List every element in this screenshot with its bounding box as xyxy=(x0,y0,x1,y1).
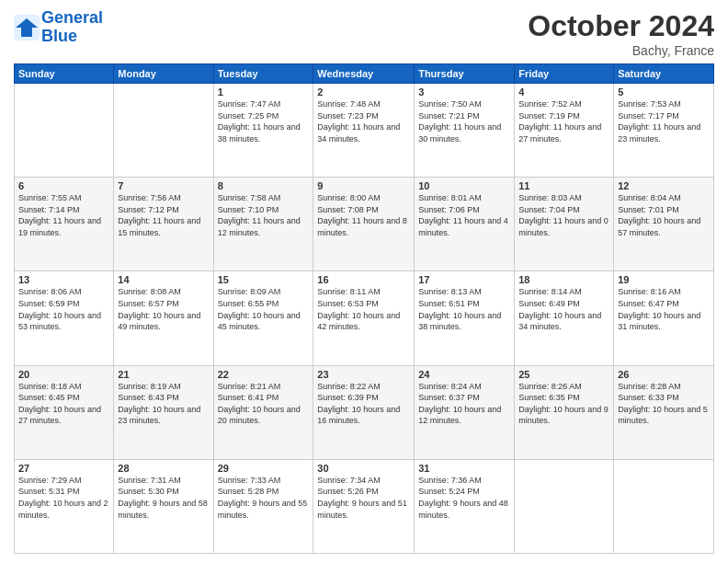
day-number: 4 xyxy=(518,86,609,98)
day-cell: 20Sunrise: 8:18 AM Sunset: 6:45 PM Dayli… xyxy=(15,365,114,459)
day-number: 13 xyxy=(18,274,109,285)
day-info: Sunrise: 8:14 AM Sunset: 6:49 PM Dayligh… xyxy=(518,286,609,332)
day-number: 1 xyxy=(218,86,310,98)
day-info: Sunrise: 8:09 AM Sunset: 6:55 PM Dayligh… xyxy=(218,286,310,332)
day-cell: 6Sunrise: 7:55 AM Sunset: 7:14 PM Daylig… xyxy=(15,178,114,271)
day-cell: 28Sunrise: 7:31 AM Sunset: 5:30 PM Dayli… xyxy=(114,459,213,553)
col-monday: Monday xyxy=(114,64,213,84)
day-number: 19 xyxy=(618,274,710,285)
col-saturday: Saturday xyxy=(614,64,714,84)
day-cell: 19Sunrise: 8:16 AM Sunset: 6:47 PM Dayli… xyxy=(614,271,714,365)
day-number: 25 xyxy=(518,369,609,380)
day-info: Sunrise: 8:21 AM Sunset: 6:41 PM Dayligh… xyxy=(218,381,310,427)
day-cell: 27Sunrise: 7:29 AM Sunset: 5:31 PM Dayli… xyxy=(15,459,114,553)
location: Bachy, France xyxy=(528,43,714,58)
day-cell: 29Sunrise: 7:33 AM Sunset: 5:28 PM Dayli… xyxy=(213,459,313,553)
day-number: 18 xyxy=(518,274,609,285)
day-number: 30 xyxy=(317,463,410,474)
logo-blue: Blue xyxy=(41,27,77,45)
day-number: 27 xyxy=(18,463,109,474)
day-info: Sunrise: 7:50 AM Sunset: 7:21 PM Dayligh… xyxy=(418,98,510,144)
day-info: Sunrise: 7:36 AM Sunset: 5:24 PM Dayligh… xyxy=(418,475,510,521)
day-cell: 21Sunrise: 8:19 AM Sunset: 6:43 PM Dayli… xyxy=(114,365,213,459)
day-info: Sunrise: 8:28 AM Sunset: 6:33 PM Dayligh… xyxy=(618,381,710,427)
day-cell: 24Sunrise: 8:24 AM Sunset: 6:37 PM Dayli… xyxy=(415,365,515,459)
col-sunday: Sunday xyxy=(15,64,114,84)
day-info: Sunrise: 7:58 AM Sunset: 7:10 PM Dayligh… xyxy=(218,192,310,238)
day-cell: 3Sunrise: 7:50 AM Sunset: 7:21 PM Daylig… xyxy=(415,84,515,178)
day-cell: 4Sunrise: 7:52 AM Sunset: 7:19 PM Daylig… xyxy=(515,84,614,178)
month-title: October 2024 xyxy=(528,9,714,43)
day-cell: 15Sunrise: 8:09 AM Sunset: 6:55 PM Dayli… xyxy=(213,271,313,365)
day-info: Sunrise: 7:52 AM Sunset: 7:19 PM Dayligh… xyxy=(518,98,609,144)
week-row-3: 20Sunrise: 8:18 AM Sunset: 6:45 PM Dayli… xyxy=(15,365,714,459)
day-cell: 2Sunrise: 7:48 AM Sunset: 7:23 PM Daylig… xyxy=(313,84,415,178)
header: General Blue October 2024 Bachy, France xyxy=(14,9,714,58)
logo-general: General xyxy=(41,8,103,27)
logo: General Blue xyxy=(14,9,103,46)
day-number: 16 xyxy=(317,274,410,285)
day-info: Sunrise: 8:18 AM Sunset: 6:45 PM Dayligh… xyxy=(18,381,109,427)
day-number: 2 xyxy=(317,86,410,98)
day-cell: 12Sunrise: 8:04 AM Sunset: 7:01 PM Dayli… xyxy=(614,178,714,271)
day-info: Sunrise: 7:31 AM Sunset: 5:30 PM Dayligh… xyxy=(118,475,209,521)
col-friday: Friday xyxy=(515,64,614,84)
title-area: October 2024 Bachy, France xyxy=(528,9,714,58)
day-number: 14 xyxy=(118,274,209,285)
day-info: Sunrise: 8:04 AM Sunset: 7:01 PM Dayligh… xyxy=(618,192,710,238)
day-info: Sunrise: 7:48 AM Sunset: 7:23 PM Dayligh… xyxy=(317,98,410,144)
day-info: Sunrise: 7:34 AM Sunset: 5:26 PM Dayligh… xyxy=(317,475,410,521)
day-number: 5 xyxy=(618,86,710,98)
day-number: 29 xyxy=(218,463,310,474)
day-info: Sunrise: 8:06 AM Sunset: 6:59 PM Dayligh… xyxy=(18,286,109,332)
day-number: 17 xyxy=(418,274,510,285)
page: General Blue October 2024 Bachy, France … xyxy=(0,0,728,563)
day-info: Sunrise: 8:13 AM Sunset: 6:51 PM Dayligh… xyxy=(418,286,510,332)
day-number: 11 xyxy=(518,180,609,191)
col-thursday: Thursday xyxy=(415,64,515,84)
day-info: Sunrise: 7:56 AM Sunset: 7:12 PM Dayligh… xyxy=(118,192,209,238)
day-number: 21 xyxy=(118,369,209,380)
day-cell: 17Sunrise: 8:13 AM Sunset: 6:51 PM Dayli… xyxy=(415,271,515,365)
day-cell: 25Sunrise: 8:26 AM Sunset: 6:35 PM Dayli… xyxy=(515,365,614,459)
day-number: 26 xyxy=(618,369,710,380)
day-info: Sunrise: 8:01 AM Sunset: 7:06 PM Dayligh… xyxy=(418,192,510,238)
day-info: Sunrise: 8:03 AM Sunset: 7:04 PM Dayligh… xyxy=(518,192,609,238)
day-number: 23 xyxy=(317,369,410,380)
day-number: 9 xyxy=(317,180,410,191)
header-row: Sunday Monday Tuesday Wednesday Thursday… xyxy=(15,64,714,84)
day-number: 24 xyxy=(418,369,510,380)
day-cell: 10Sunrise: 8:01 AM Sunset: 7:06 PM Dayli… xyxy=(415,178,515,271)
day-cell: 31Sunrise: 7:36 AM Sunset: 5:24 PM Dayli… xyxy=(415,459,515,553)
day-cell xyxy=(15,84,114,178)
col-tuesday: Tuesday xyxy=(213,64,313,84)
day-number: 22 xyxy=(218,369,310,380)
logo-text: General Blue xyxy=(41,9,103,46)
day-info: Sunrise: 8:24 AM Sunset: 6:37 PM Dayligh… xyxy=(418,381,510,427)
day-info: Sunrise: 8:19 AM Sunset: 6:43 PM Dayligh… xyxy=(118,381,209,427)
day-info: Sunrise: 7:53 AM Sunset: 7:17 PM Dayligh… xyxy=(618,98,710,144)
day-cell: 22Sunrise: 8:21 AM Sunset: 6:41 PM Dayli… xyxy=(213,365,313,459)
day-number: 15 xyxy=(218,274,310,285)
day-info: Sunrise: 7:55 AM Sunset: 7:14 PM Dayligh… xyxy=(18,192,109,238)
day-number: 28 xyxy=(118,463,209,474)
day-number: 20 xyxy=(18,369,109,380)
day-cell: 16Sunrise: 8:11 AM Sunset: 6:53 PM Dayli… xyxy=(313,271,415,365)
day-info: Sunrise: 8:00 AM Sunset: 7:08 PM Dayligh… xyxy=(317,192,410,238)
day-cell xyxy=(515,459,614,553)
day-number: 12 xyxy=(618,180,710,191)
day-info: Sunrise: 8:26 AM Sunset: 6:35 PM Dayligh… xyxy=(518,381,609,427)
day-number: 7 xyxy=(118,180,209,191)
day-cell: 14Sunrise: 8:08 AM Sunset: 6:57 PM Dayli… xyxy=(114,271,213,365)
day-info: Sunrise: 8:16 AM Sunset: 6:47 PM Dayligh… xyxy=(618,286,710,332)
day-number: 6 xyxy=(18,180,109,191)
day-cell: 11Sunrise: 8:03 AM Sunset: 7:04 PM Dayli… xyxy=(515,178,614,271)
day-info: Sunrise: 8:22 AM Sunset: 6:39 PM Dayligh… xyxy=(317,381,410,427)
day-info: Sunrise: 7:33 AM Sunset: 5:28 PM Dayligh… xyxy=(218,475,310,521)
week-row-4: 27Sunrise: 7:29 AM Sunset: 5:31 PM Dayli… xyxy=(15,459,714,553)
week-row-1: 6Sunrise: 7:55 AM Sunset: 7:14 PM Daylig… xyxy=(15,178,714,271)
day-cell: 13Sunrise: 8:06 AM Sunset: 6:59 PM Dayli… xyxy=(15,271,114,365)
day-cell: 30Sunrise: 7:34 AM Sunset: 5:26 PM Dayli… xyxy=(313,459,415,553)
week-row-2: 13Sunrise: 8:06 AM Sunset: 6:59 PM Dayli… xyxy=(15,271,714,365)
day-number: 10 xyxy=(418,180,510,191)
